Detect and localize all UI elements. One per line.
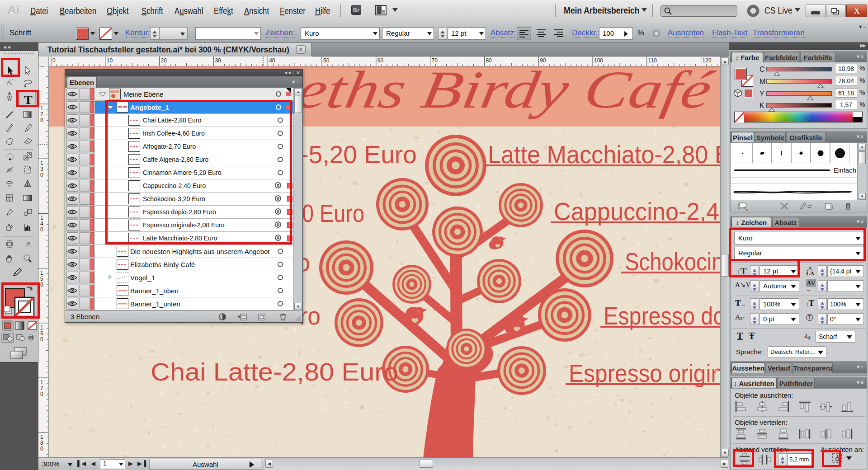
svg-text:0: 0: [40, 282, 43, 288]
svg-text:10: 10: [107, 57, 113, 64]
svg-text:1: 1: [40, 270, 43, 276]
svg-text:Cappuccino-2,40 Euro: Cappuccino-2,40 Euro: [554, 197, 720, 226]
svg-text:0: 0: [40, 226, 43, 233]
svg-text:-5,20 Euro: -5,20 Euro: [300, 141, 417, 169]
svg-text:0: 0: [52, 57, 56, 64]
svg-text:0: 0: [40, 336, 43, 343]
svg-text:7: 7: [40, 385, 43, 391]
svg-text:40: 40: [269, 57, 275, 64]
svg-text:20: 20: [161, 57, 167, 64]
svg-text:80: 80: [486, 57, 492, 64]
svg-text:5: 5: [40, 276, 43, 282]
svg-text:0 Euro: 0 Euro: [302, 199, 364, 227]
svg-text:Schokocino-3,20 Euro: Schokocino-3,20 Euro: [625, 248, 720, 276]
svg-text:110: 110: [648, 57, 657, 64]
svg-text:Chai Latte-2,80 Euro: Chai Latte-2,80 Euro: [151, 358, 398, 386]
svg-text:2: 2: [40, 111, 43, 118]
svg-text:1: 1: [40, 160, 43, 166]
svg-text:1: 1: [40, 105, 43, 112]
svg-text:120: 120: [703, 57, 712, 64]
svg-text:1: 1: [40, 215, 43, 221]
svg-text:50: 50: [323, 57, 330, 64]
svg-text:0: 0: [40, 172, 43, 178]
svg-text:0: 0: [40, 391, 43, 397]
svg-text:60: 60: [377, 57, 384, 64]
svg-text:3: 3: [40, 166, 43, 172]
svg-text:70: 70: [432, 57, 438, 64]
svg-text:30: 30: [215, 57, 221, 64]
svg-text:100: 100: [594, 57, 603, 64]
svg-text:1: 1: [40, 324, 43, 331]
svg-text:beths Birdy Café: beths Birdy Café: [259, 66, 719, 119]
svg-text:8: 8: [40, 440, 43, 446]
svg-text:6: 6: [40, 330, 43, 337]
svg-text:0: 0: [40, 446, 43, 452]
svg-text:4: 4: [40, 221, 43, 227]
svg-text:Latte Macchiato-2,80 Euro: Latte Macchiato-2,80 Euro: [488, 141, 720, 169]
svg-text:1: 1: [40, 434, 43, 440]
svg-text:Espresso dopio-2,80 Euro: Espresso dopio-2,80 Euro: [604, 302, 720, 330]
svg-text:0: 0: [40, 117, 43, 123]
svg-text:0: 0: [40, 66, 43, 69]
svg-text:90: 90: [540, 57, 546, 64]
svg-text:Espresso originale-2,00 Euro: Espresso originale-2,00 Euro: [569, 359, 720, 387]
svg-text:1: 1: [40, 379, 43, 385]
